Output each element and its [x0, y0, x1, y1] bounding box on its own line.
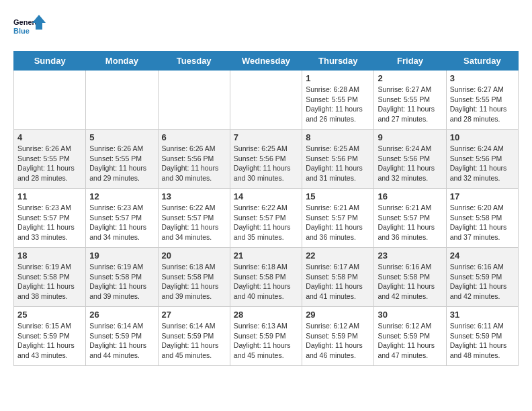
calendar-cell: 28Sunrise: 6:13 AM Sunset: 5:59 PM Dayli…	[230, 307, 302, 366]
calendar-cell: 22Sunrise: 6:17 AM Sunset: 5:58 PM Dayli…	[302, 248, 374, 307]
day-number: 31	[450, 310, 515, 320]
calendar-cell: 27Sunrise: 6:14 AM Sunset: 5:59 PM Dayli…	[158, 307, 230, 366]
day-number: 1	[306, 73, 370, 83]
day-detail: Sunrise: 6:22 AM Sunset: 5:57 PM Dayligh…	[162, 203, 226, 242]
day-number: 26	[89, 310, 154, 320]
calendar-week-3: 11Sunrise: 6:23 AM Sunset: 5:57 PM Dayli…	[14, 189, 519, 248]
day-number: 23	[378, 250, 442, 261]
calendar-week-2: 4Sunrise: 6:26 AM Sunset: 5:55 PM Daylig…	[14, 130, 519, 189]
day-detail: Sunrise: 6:25 AM Sunset: 5:56 PM Dayligh…	[234, 144, 298, 183]
day-number: 15	[306, 191, 370, 201]
day-detail: Sunrise: 6:18 AM Sunset: 5:58 PM Dayligh…	[234, 262, 298, 302]
day-detail: Sunrise: 6:21 AM Sunset: 5:57 PM Dayligh…	[306, 203, 370, 242]
day-number: 4	[17, 132, 82, 142]
day-number: 13	[162, 191, 226, 201]
calendar-cell: 8Sunrise: 6:25 AM Sunset: 5:56 PM Daylig…	[302, 130, 374, 189]
day-detail: Sunrise: 6:18 AM Sunset: 5:58 PM Dayligh…	[162, 262, 226, 302]
calendar-cell: 13Sunrise: 6:22 AM Sunset: 5:57 PM Dayli…	[158, 189, 230, 248]
day-number: 3	[450, 73, 515, 83]
calendar-cell: 11Sunrise: 6:23 AM Sunset: 5:57 PM Dayli…	[14, 189, 86, 248]
calendar-cell: 29Sunrise: 6:12 AM Sunset: 5:59 PM Dayli…	[302, 307, 374, 366]
day-detail: Sunrise: 6:12 AM Sunset: 5:59 PM Dayligh…	[378, 321, 442, 361]
day-detail: Sunrise: 6:28 AM Sunset: 5:55 PM Dayligh…	[306, 85, 370, 124]
day-number: 12	[89, 191, 154, 201]
day-detail: Sunrise: 6:14 AM Sunset: 5:59 PM Dayligh…	[89, 321, 154, 361]
day-number: 30	[378, 310, 442, 320]
day-detail: Sunrise: 6:26 AM Sunset: 5:56 PM Dayligh…	[162, 144, 226, 183]
calendar-cell: 9Sunrise: 6:24 AM Sunset: 5:56 PM Daylig…	[374, 130, 446, 189]
calendar-cell: 25Sunrise: 6:15 AM Sunset: 5:59 PM Dayli…	[14, 307, 86, 366]
day-detail: Sunrise: 6:26 AM Sunset: 5:55 PM Dayligh…	[17, 144, 82, 183]
day-number: 6	[162, 132, 226, 142]
day-number: 27	[162, 310, 226, 320]
calendar-week-5: 25Sunrise: 6:15 AM Sunset: 5:59 PM Dayli…	[14, 307, 519, 366]
day-detail: Sunrise: 6:27 AM Sunset: 5:55 PM Dayligh…	[450, 85, 515, 124]
day-detail: Sunrise: 6:25 AM Sunset: 5:56 PM Dayligh…	[306, 144, 370, 183]
calendar-cell: 2Sunrise: 6:27 AM Sunset: 5:55 PM Daylig…	[374, 71, 446, 130]
calendar-cell	[230, 71, 302, 130]
calendar-cell	[14, 71, 86, 130]
header-day-friday: Friday	[374, 52, 446, 71]
calendar-cell: 18Sunrise: 6:19 AM Sunset: 5:58 PM Dayli…	[14, 248, 86, 307]
day-number: 29	[306, 310, 370, 320]
calendar-cell: 4Sunrise: 6:26 AM Sunset: 5:55 PM Daylig…	[14, 130, 86, 189]
day-detail: Sunrise: 6:24 AM Sunset: 5:56 PM Dayligh…	[378, 144, 442, 183]
calendar-week-4: 18Sunrise: 6:19 AM Sunset: 5:58 PM Dayli…	[14, 248, 519, 307]
logo: General Blue	[13, 13, 47, 40]
calendar-cell: 16Sunrise: 6:21 AM Sunset: 5:57 PM Dayli…	[374, 189, 446, 248]
logo-svg: General Blue	[13, 13, 47, 40]
day-number: 18	[17, 250, 82, 261]
calendar-cell: 17Sunrise: 6:20 AM Sunset: 5:58 PM Dayli…	[446, 189, 518, 248]
day-detail: Sunrise: 6:12 AM Sunset: 5:59 PM Dayligh…	[306, 321, 370, 361]
day-number: 28	[234, 310, 298, 320]
calendar-cell: 3Sunrise: 6:27 AM Sunset: 5:55 PM Daylig…	[446, 71, 518, 130]
svg-text:Blue: Blue	[13, 27, 30, 35]
header-day-thursday: Thursday	[302, 52, 374, 71]
day-detail: Sunrise: 6:16 AM Sunset: 5:59 PM Dayligh…	[450, 262, 515, 302]
calendar-cell: 24Sunrise: 6:16 AM Sunset: 5:59 PM Dayli…	[446, 248, 518, 307]
day-number: 21	[234, 250, 298, 261]
calendar-cell: 6Sunrise: 6:26 AM Sunset: 5:56 PM Daylig…	[158, 130, 230, 189]
calendar-week-1: 1Sunrise: 6:28 AM Sunset: 5:55 PM Daylig…	[14, 71, 519, 130]
calendar-cell: 21Sunrise: 6:18 AM Sunset: 5:58 PM Dayli…	[230, 248, 302, 307]
day-number: 9	[378, 132, 442, 142]
calendar-cell: 7Sunrise: 6:25 AM Sunset: 5:56 PM Daylig…	[230, 130, 302, 189]
calendar-cell: 26Sunrise: 6:14 AM Sunset: 5:59 PM Dayli…	[86, 307, 158, 366]
day-detail: Sunrise: 6:21 AM Sunset: 5:57 PM Dayligh…	[378, 203, 442, 242]
day-number: 2	[378, 73, 442, 83]
header-day-monday: Monday	[86, 52, 158, 71]
day-detail: Sunrise: 6:24 AM Sunset: 5:56 PM Dayligh…	[450, 144, 515, 183]
calendar-cell: 10Sunrise: 6:24 AM Sunset: 5:56 PM Dayli…	[446, 130, 518, 189]
calendar-cell: 31Sunrise: 6:11 AM Sunset: 5:59 PM Dayli…	[446, 307, 518, 366]
calendar-cell: 20Sunrise: 6:18 AM Sunset: 5:58 PM Dayli…	[158, 248, 230, 307]
calendar-cell: 15Sunrise: 6:21 AM Sunset: 5:57 PM Dayli…	[302, 189, 374, 248]
header-day-wednesday: Wednesday	[230, 52, 302, 71]
day-detail: Sunrise: 6:17 AM Sunset: 5:58 PM Dayligh…	[306, 262, 370, 302]
day-number: 25	[17, 310, 82, 320]
calendar-cell: 1Sunrise: 6:28 AM Sunset: 5:55 PM Daylig…	[302, 71, 374, 130]
calendar-cell	[158, 71, 230, 130]
day-number: 17	[450, 191, 515, 201]
calendar-cell: 19Sunrise: 6:19 AM Sunset: 5:58 PM Dayli…	[86, 248, 158, 307]
day-number: 16	[378, 191, 442, 201]
day-number: 11	[17, 191, 82, 201]
day-detail: Sunrise: 6:13 AM Sunset: 5:59 PM Dayligh…	[234, 321, 298, 361]
day-detail: Sunrise: 6:16 AM Sunset: 5:58 PM Dayligh…	[378, 262, 442, 302]
header-day-tuesday: Tuesday	[158, 52, 230, 71]
day-detail: Sunrise: 6:22 AM Sunset: 5:57 PM Dayligh…	[234, 203, 298, 242]
calendar-cell	[86, 71, 158, 130]
header-row: SundayMondayTuesdayWednesdayThursdayFrid…	[14, 52, 519, 71]
day-number: 5	[89, 132, 154, 142]
calendar-header: SundayMondayTuesdayWednesdayThursdayFrid…	[14, 52, 519, 71]
day-number: 20	[162, 250, 226, 261]
day-detail: Sunrise: 6:19 AM Sunset: 5:58 PM Dayligh…	[17, 262, 82, 302]
day-number: 19	[89, 250, 154, 261]
day-number: 10	[450, 132, 515, 142]
calendar-cell: 14Sunrise: 6:22 AM Sunset: 5:57 PM Dayli…	[230, 189, 302, 248]
calendar-body: 1Sunrise: 6:28 AM Sunset: 5:55 PM Daylig…	[14, 71, 519, 366]
calendar-cell: 5Sunrise: 6:26 AM Sunset: 5:55 PM Daylig…	[86, 130, 158, 189]
day-detail: Sunrise: 6:14 AM Sunset: 5:59 PM Dayligh…	[162, 321, 226, 361]
calendar-cell: 12Sunrise: 6:23 AM Sunset: 5:57 PM Dayli…	[86, 189, 158, 248]
day-number: 14	[234, 191, 298, 201]
svg-marker-2	[32, 15, 46, 30]
